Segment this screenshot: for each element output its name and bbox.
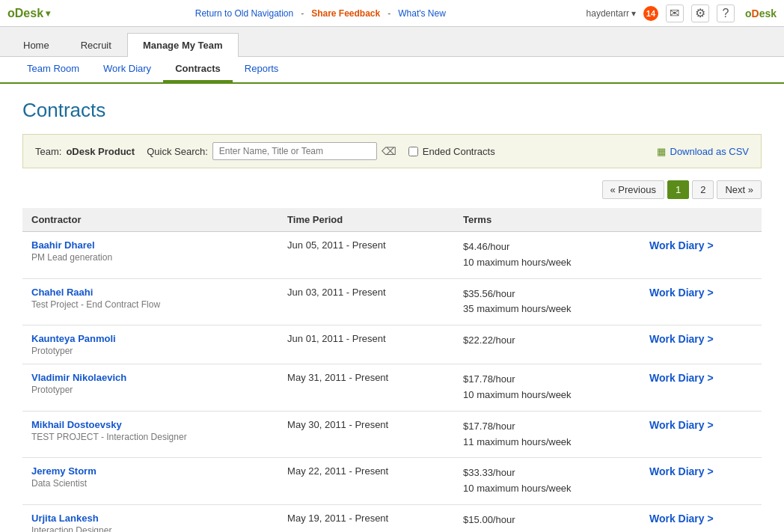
page-title: Contracts xyxy=(22,99,762,122)
hours: 35 maximum hours/week xyxy=(463,302,631,317)
pagination: « Previous 1 2 Next » xyxy=(22,180,762,199)
time-period-cell: May 22, 2011 - Present xyxy=(278,458,454,505)
previous-button[interactable]: « Previous xyxy=(602,180,664,199)
page-2-button[interactable]: 2 xyxy=(692,180,714,199)
time-period-cell: May 19, 2011 - Present xyxy=(278,504,454,532)
work-diary-link[interactable]: Work Diary > xyxy=(649,465,714,477)
sub-nav-reports[interactable]: Reports xyxy=(233,57,291,82)
work-diary-link[interactable]: Work Diary > xyxy=(649,333,714,345)
username-text: haydentarr xyxy=(587,8,629,19)
tab-home[interactable]: Home xyxy=(7,33,65,57)
filter-bar: Team: oDesk Product Quick Search: ⌫ Ende… xyxy=(22,134,762,168)
top-bar-right: haydentarr ▾ 14 ✉ ⚙ ? oDesk xyxy=(587,4,777,22)
ended-contracts-checkbox[interactable] xyxy=(408,147,418,156)
download-csv-link[interactable]: Download as CSV xyxy=(670,146,750,157)
time-period-cell: Jun 03, 2011 - Present xyxy=(278,278,454,325)
separator-2: - xyxy=(388,8,391,19)
terms-cell: $4.46/hour10 maximum hours/week xyxy=(454,232,640,279)
contractor-cell: Baahir Dharel PM Lead generation xyxy=(22,232,278,279)
work-diary-link[interactable]: Work Diary > xyxy=(649,372,714,384)
table-header-row: Contractor Time Period Terms xyxy=(22,208,762,232)
contractor-name[interactable]: Jeremy Storm xyxy=(31,465,97,477)
tab-recruit[interactable]: Recruit xyxy=(65,33,127,57)
work-diary-cell: Work Diary > xyxy=(640,504,762,532)
page-1-button[interactable]: 1 xyxy=(667,180,689,199)
table-row: Chahel Raahi Test Project - End Contract… xyxy=(22,278,762,325)
mail-icon[interactable]: ✉ xyxy=(666,4,684,22)
col-contractor: Contractor xyxy=(22,208,278,232)
contractor-cell: Chahel Raahi Test Project - End Contract… xyxy=(22,278,278,325)
ended-contracts-filter: Ended Contracts xyxy=(408,146,495,157)
col-time-period: Time Period xyxy=(278,208,454,232)
logo[interactable]: oDesk ▾ xyxy=(7,7,50,20)
settings-icon[interactable]: ⚙ xyxy=(691,4,709,22)
terms-cell: $35.56/hour35 maximum hours/week xyxy=(454,278,640,325)
notification-badge[interactable]: 14 xyxy=(643,6,658,21)
terms-cell: $22.22/hour xyxy=(454,325,640,364)
contracts-table: Contractor Time Period Terms Baahir Dhar… xyxy=(22,208,762,532)
username-dropdown-icon: ▾ xyxy=(631,8,636,19)
sub-nav-contracts[interactable]: Contracts xyxy=(163,57,233,82)
sub-nav: Team Room Work Diary Contracts Reports xyxy=(0,57,784,84)
ended-contracts-label: Ended Contracts xyxy=(423,146,495,157)
contractor-role: PM Lead generation xyxy=(31,252,269,263)
table-row: Mikhail Dostoevsky TEST PROJECT - Intera… xyxy=(22,411,762,458)
contractor-name[interactable]: Urjita Lankesh xyxy=(31,513,99,524)
contractor-name[interactable]: Baahir Dharel xyxy=(31,239,95,251)
rate: $17.78/hour xyxy=(463,419,631,435)
separator-1: - xyxy=(301,8,304,19)
next-button[interactable]: Next » xyxy=(717,180,762,199)
work-diary-link[interactable]: Work Diary > xyxy=(649,419,714,431)
tab-manage-my-team[interactable]: Manage My Team xyxy=(127,33,239,57)
contractor-name[interactable]: Vladimir Nikolaevich xyxy=(31,372,126,383)
top-bar: oDesk ▾ Return to Old Navigation - Share… xyxy=(0,0,784,27)
sub-nav-work-diary[interactable]: Work Diary xyxy=(91,57,163,82)
rate: $17.78/hour xyxy=(463,372,631,388)
notification-count: 14 xyxy=(646,9,655,18)
table-row: Baahir Dharel PM Lead generation Jun 05,… xyxy=(22,232,762,279)
search-clear-icon[interactable]: ⌫ xyxy=(382,145,396,157)
search-input[interactable] xyxy=(212,142,377,160)
col-actions xyxy=(640,208,762,232)
rate: $22.22/hour xyxy=(463,333,631,349)
old-nav-link[interactable]: Return to Old Navigation xyxy=(195,8,293,19)
time-period-cell: May 31, 2011 - Present xyxy=(278,364,454,412)
terms-cell: $17.78/hour11 maximum hours/week xyxy=(454,411,640,458)
work-diary-cell: Work Diary > xyxy=(640,458,762,505)
username-button[interactable]: haydentarr ▾ xyxy=(587,8,636,19)
contractor-role: TEST PROJECT - Interaction Designer xyxy=(31,432,269,442)
contractor-role: Test Project - End Contract Flow xyxy=(31,299,269,310)
terms-cell: $33.33/hour10 maximum hours/week xyxy=(454,458,640,505)
sub-nav-team-room[interactable]: Team Room xyxy=(15,57,91,82)
work-diary-link[interactable]: Work Diary > xyxy=(649,287,714,299)
download-csv-button[interactable]: ▦ Download as CSV xyxy=(657,146,750,157)
contractor-cell: Vladimir Nikolaevich Prototyper xyxy=(22,364,278,412)
contractor-cell: Jeremy Storm Data Scientist xyxy=(22,458,278,505)
contractor-cell: Urjita Lankesh Interaction Designer xyxy=(22,504,278,532)
whats-new-link[interactable]: What's New xyxy=(398,8,446,19)
logo-dropdown-icon[interactable]: ▾ xyxy=(46,8,50,19)
help-icon[interactable]: ? xyxy=(717,4,735,22)
contractor-name[interactable]: Mikhail Dostoevsky xyxy=(31,419,122,430)
contractor-name[interactable]: Chahel Raahi xyxy=(31,287,93,298)
main-nav: Home Recruit Manage My Team xyxy=(0,27,784,57)
time-period-cell: Jun 01, 2011 - Present xyxy=(278,325,454,364)
hours: 11 maximum hours/week xyxy=(463,435,631,450)
download-icon: ▦ xyxy=(657,146,666,157)
hours: 10 maximum hours/week xyxy=(463,481,631,497)
rate: $33.33/hour xyxy=(463,465,631,481)
terms-cell: $17.78/hour10 maximum hours/week xyxy=(454,364,640,412)
work-diary-link[interactable]: Work Diary > xyxy=(649,513,714,525)
search-label: Quick Search: xyxy=(147,146,208,157)
time-period-cell: May 30, 2011 - Present xyxy=(278,411,454,458)
contractor-cell: Kaunteya Panmoli Prototyper xyxy=(22,325,278,364)
rate: $4.46/hour xyxy=(463,239,631,255)
col-terms: Terms xyxy=(454,208,640,232)
table-row: Kaunteya Panmoli Prototyper Jun 01, 2011… xyxy=(22,325,762,364)
work-diary-link[interactable]: Work Diary > xyxy=(649,239,714,251)
time-period-cell: Jun 05, 2011 - Present xyxy=(278,232,454,279)
hours: 10 maximum hours/week xyxy=(463,388,631,403)
work-diary-cell: Work Diary > xyxy=(640,364,762,412)
share-feedback-link[interactable]: Share Feedback xyxy=(311,8,380,19)
contractor-name[interactable]: Kaunteya Panmoli xyxy=(31,333,116,344)
